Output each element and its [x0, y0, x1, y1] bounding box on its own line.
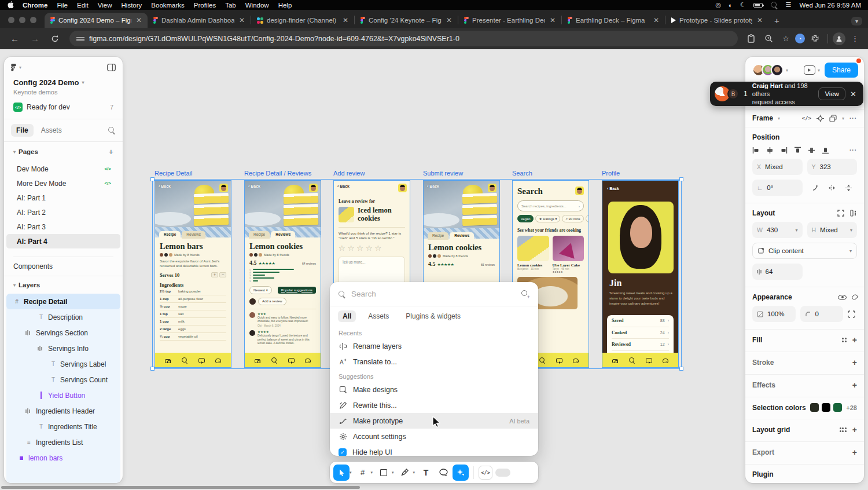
menu-item[interactable]: Help [278, 2, 292, 9]
close-tab-icon[interactable]: ✕ [756, 16, 764, 24]
visibility-eye-icon[interactable] [838, 295, 847, 300]
ready-for-dev-row[interactable]: </> Ready for dev 7 [4, 96, 123, 119]
selection-handle[interactable] [679, 177, 683, 181]
blend-drop-icon[interactable] [851, 294, 859, 301]
align-left-icon[interactable] [752, 147, 760, 154]
layer-servings-info[interactable]: Servings Info [6, 341, 120, 356]
color-swatch[interactable] [810, 403, 819, 412]
zoom-search-icon[interactable] [761, 34, 777, 43]
layer-description[interactable]: TDescription [6, 309, 120, 325]
menu-item-rewrite-this[interactable]: Rewrite this... [330, 397, 538, 413]
view-button[interactable]: View [818, 87, 845, 100]
chevron-down-icon[interactable]: ▾ [371, 470, 375, 475]
opacity-field[interactable]: 100% [752, 306, 796, 322]
tab-prototype-slides[interactable]: Prototype - Slides prototype ✕ [665, 13, 768, 28]
address-bar[interactable]: figma.com/design/G7LdOm8WULPqWSN1G48utT/… [69, 31, 738, 46]
width-field[interactable]: W430▾ [752, 222, 803, 238]
menu-item[interactable]: View [98, 2, 112, 9]
chevron-down-icon[interactable]: ▾ [842, 116, 844, 121]
frame-profile[interactable]: ‹ Back Jin Streaming sweet treats and co… [602, 180, 679, 368]
chevron-down-icon[interactable]: ▾ [818, 68, 820, 73]
frame-label-search[interactable]: Search [512, 170, 532, 177]
forward-icon[interactable]: → [26, 32, 44, 45]
chrome-menu-icon[interactable]: ⋮ [848, 34, 862, 43]
close-tab-icon[interactable]: ✕ [341, 16, 350, 24]
tab-search-chevron[interactable]: ▾ [851, 17, 862, 25]
y-position-field[interactable]: Y323 [807, 159, 858, 175]
layer-lemon-bars-component[interactable]: lemon bars [6, 450, 120, 466]
close-window-button[interactable] [8, 17, 14, 23]
tab-config-keynote[interactable]: Config '24 Keynote – Figma ✕ [355, 13, 458, 28]
zoom-window-button[interactable] [30, 17, 36, 23]
extensions-puzzle-icon[interactable] [807, 34, 823, 43]
battery-icon[interactable] [753, 3, 763, 8]
menu-item[interactable]: Profiles [194, 2, 216, 9]
dev-mode-icon[interactable]: </> [802, 115, 811, 121]
comment-tool[interactable] [435, 465, 451, 481]
apple-icon[interactable] [7, 1, 14, 9]
frame-type-label[interactable]: Frame [752, 114, 773, 122]
selection-handle[interactable] [679, 367, 683, 371]
clip-content-dropdown[interactable]: Clip content▾ [752, 243, 857, 259]
clipboard-icon[interactable] [744, 34, 759, 43]
add-export-icon[interactable]: + [852, 448, 857, 457]
dev-mode-toggle[interactable]: </> [479, 466, 510, 480]
layer-ingredients-title[interactable]: TIngredients Title [6, 419, 120, 434]
layer-servings-label[interactable]: TServings Label [6, 356, 120, 372]
tab-file[interactable]: File [11, 124, 34, 137]
display-contrast-icon[interactable]: ◐ [729, 2, 733, 9]
page-more-dev-mode[interactable]: More Dev Mode</> [6, 176, 120, 191]
frame-label-profile[interactable]: Profile [602, 170, 620, 177]
close-tab-icon[interactable]: ✕ [238, 16, 246, 24]
resize-to-fit-icon[interactable] [837, 210, 844, 217]
layers-header[interactable]: ▾ Layers [4, 276, 123, 294]
tab-dashlab-admin[interactable]: Dashlab Admin Dashboard UI ✕ [148, 13, 251, 28]
frame-label-submit-review[interactable]: Submit review [423, 170, 463, 177]
menu-item[interactable]: Edit [77, 2, 89, 9]
color-swatch[interactable] [822, 403, 830, 412]
reload-icon[interactable] [46, 34, 64, 44]
menu-item[interactable]: Tab [225, 2, 236, 9]
frame-recipe-detail[interactable]: ‹ Back Recipe Reviews Lemon bars Made by… [155, 180, 231, 368]
more-icon[interactable]: ··· [849, 147, 857, 153]
layer-servings-count[interactable]: TServings Count [6, 372, 120, 387]
do-not-disturb-moon-icon[interactable]: ☾ [740, 1, 746, 9]
pages-header[interactable]: ▾ Pages + [4, 142, 123, 162]
page-ai-part-4[interactable]: AI: Part 4 [6, 234, 120, 248]
align-right-icon[interactable] [780, 147, 788, 154]
frame-recipe-reviews[interactable]: ‹ Back Recipe Reviews Lemon cookies Made… [244, 180, 321, 368]
gap-field[interactable]: 64 [752, 264, 803, 280]
page-ai-part-2[interactable]: AI: Part 2 [6, 205, 120, 220]
present-icon[interactable] [804, 65, 815, 75]
layout-settings-icon[interactable] [850, 210, 857, 217]
frame-label-add-review[interactable]: Add review [333, 170, 365, 177]
chevron-down-icon[interactable]: ▾ [778, 116, 780, 121]
frame-label-recipe-detail[interactable]: Recipe Detail [155, 170, 192, 177]
close-tab-icon[interactable]: ✕ [445, 16, 453, 24]
menu-item-hide-help-ui[interactable]: ✓ Hide help UI [330, 444, 538, 456]
menu-item-make-prototype[interactable]: Make prototype AI beta [330, 413, 538, 429]
text-tool[interactable]: T [418, 465, 434, 481]
back-icon[interactable]: ← [6, 32, 24, 45]
tab-assets[interactable]: Assets [36, 124, 67, 137]
layer-yield-button[interactable]: Yield Button [6, 387, 120, 403]
share-button[interactable]: Share [825, 63, 858, 78]
quick-actions-search-input[interactable] [351, 290, 516, 298]
x-position-field[interactable]: XMixed [752, 159, 803, 175]
selection-handle[interactable] [150, 367, 155, 371]
move-tool[interactable] [333, 465, 350, 481]
color-swatch[interactable] [833, 403, 842, 412]
component-target-icon[interactable] [816, 115, 824, 122]
layer-ingredients-list[interactable]: ≡Ingredients List [6, 434, 120, 450]
toggle-track[interactable] [495, 469, 510, 477]
menu-item-translate[interactable]: A Translate to... [330, 354, 538, 370]
menu-clock[interactable]: Wed Jun 26 9:59 AM [799, 2, 861, 9]
spotlight-icon[interactable] [770, 1, 778, 9]
height-field[interactable]: HMixed▾ [807, 222, 858, 238]
chevron-down-icon[interactable]: ▾ [19, 65, 21, 70]
frame-tool[interactable]: # [355, 465, 371, 481]
menu-item[interactable]: Window [245, 2, 269, 9]
checkbox-checked-icon[interactable]: ✓ [339, 448, 347, 456]
site-settings-icon[interactable] [76, 36, 84, 42]
page-dev-mode[interactable]: Dev Mode</> [6, 162, 120, 176]
